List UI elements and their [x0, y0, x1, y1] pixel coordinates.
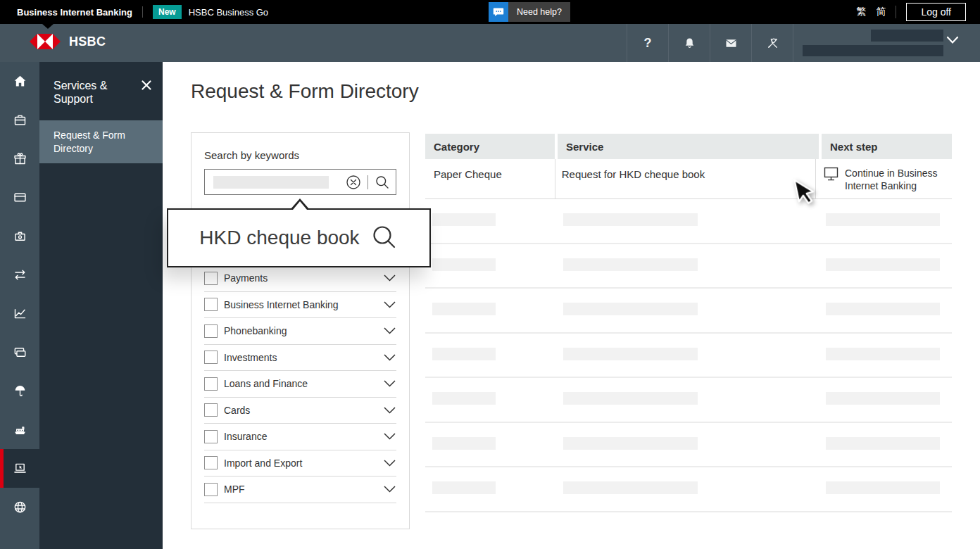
sidebar-rail	[0, 62, 39, 549]
chevron-down-icon[interactable]	[383, 459, 396, 467]
chevron-down-icon[interactable]	[383, 274, 396, 282]
hsbc-wordmark: HSBC	[69, 34, 106, 49]
topbar-divider	[142, 6, 143, 18]
chevron-down-icon[interactable]	[383, 301, 396, 309]
chevron-down-icon[interactable]	[383, 379, 396, 388]
checkbox-loans-and-finance[interactable]	[204, 377, 218, 391]
sidebar-rail-item-laptop[interactable]	[0, 449, 39, 488]
checkbox-mpf[interactable]	[204, 483, 218, 496]
column-header-next-step: Next step	[822, 134, 952, 159]
table-row-skeleton	[425, 199, 952, 244]
sidebar-rail-item-cards[interactable]	[0, 333, 39, 372]
chevron-down-icon[interactable]	[383, 432, 396, 441]
need-help-button[interactable]: Need help?	[489, 2, 570, 22]
skeleton-bar-service	[563, 303, 698, 315]
table-header-row: Category Service Next step	[425, 134, 952, 159]
skeleton-bar-service	[563, 481, 698, 494]
checkbox-business-internet-banking[interactable]	[204, 298, 218, 311]
filter-label: Business Internet Banking	[224, 299, 339, 310]
sidebar-rail-item-gift[interactable]	[0, 139, 39, 178]
deposit-box-icon	[13, 229, 27, 244]
chat-bubble-icon	[489, 2, 508, 22]
next-step-link[interactable]: Continue in Business Internet Banking	[845, 167, 952, 192]
filter-row-investments: Investments	[204, 345, 396, 372]
sidebar-rail-item-home[interactable]	[0, 62, 39, 101]
mail-button[interactable]	[710, 24, 751, 62]
checkbox-investments[interactable]	[204, 351, 218, 364]
hsbc-logo: HSBC	[30, 34, 106, 49]
filter-row-phonebanking: Phonebanking	[204, 318, 396, 345]
checkbox-cards[interactable]	[204, 403, 218, 417]
chevron-down-icon[interactable]	[383, 327, 396, 335]
search-filter-panel: Search by keywords PaymentsBusiness Inte…	[191, 132, 410, 529]
skeleton-bar-category	[432, 258, 496, 271]
skeleton-bar-service	[563, 213, 698, 226]
checkbox-payments[interactable]	[204, 272, 218, 285]
table-skeleton-rows	[425, 199, 952, 512]
table-row-skeleton	[425, 334, 952, 379]
log-off-button[interactable]: Log off	[906, 3, 966, 21]
sidebar-rail-item-transfers[interactable]	[0, 255, 39, 294]
tools-button[interactable]	[751, 24, 793, 62]
gift-icon	[13, 151, 27, 166]
app-header: HSBC ?	[0, 24, 980, 62]
cards-icon	[13, 345, 27, 360]
lang-traditional-chinese[interactable]: 繁	[856, 6, 866, 18]
skeleton-bar-category	[432, 348, 496, 360]
search-input[interactable]	[204, 169, 396, 195]
table-row-skeleton	[425, 289, 952, 334]
filter-list: PaymentsBusiness Internet BankingPhoneba…	[191, 265, 409, 503]
new-badge: New	[153, 5, 182, 19]
monitor-icon	[824, 167, 838, 181]
cell-next-step[interactable]: Continue in Business Internet Banking	[815, 159, 952, 198]
bell-button[interactable]	[668, 24, 710, 62]
help-icon: ?	[644, 36, 652, 51]
account-chevron-down-icon[interactable]	[946, 36, 959, 44]
checkbox-import-and-export[interactable]	[204, 456, 218, 469]
search-icon[interactable]	[375, 175, 390, 190]
magnifier-icon	[370, 224, 398, 252]
umbrella-icon	[13, 384, 27, 398]
table-row-skeleton	[425, 378, 952, 423]
filter-row-business-internet-banking: Business Internet Banking	[204, 292, 396, 319]
skeleton-bar-next-step	[826, 437, 940, 450]
skeleton-bar-category	[432, 213, 496, 226]
filter-label: Insurance	[224, 431, 267, 442]
sidebar-rail-item-globe[interactable]	[0, 488, 39, 526]
globe-icon	[13, 500, 27, 515]
skeleton-bar-next-step	[826, 348, 940, 360]
checkbox-insurance[interactable]	[204, 430, 218, 443]
sidebar-item-request-form-directory[interactable]: Request & Form Directory	[39, 120, 163, 163]
chevron-down-icon[interactable]	[383, 485, 396, 493]
close-icon[interactable]	[139, 77, 154, 93]
product-tab-label[interactable]: Business Internet Banking	[17, 7, 132, 18]
clear-search-icon[interactable]	[346, 175, 361, 190]
search-label: Search by keywords	[204, 149, 396, 161]
search-zoom-tooltip: HKD cheque book	[167, 208, 431, 267]
ship-icon	[13, 422, 27, 437]
column-header-service: Service	[558, 134, 819, 159]
sidebar-rail-item-ship[interactable]	[0, 410, 39, 449]
table-row[interactable]: Paper Cheque Request for HKD cheque book…	[425, 159, 952, 199]
card-icon	[13, 190, 27, 205]
sidebar-rail-item-umbrella[interactable]	[0, 372, 39, 410]
skeleton-bar-service	[563, 437, 698, 450]
chevron-down-icon[interactable]	[383, 353, 396, 362]
sidebar-rail-item-briefcase[interactable]	[0, 101, 39, 139]
help-button[interactable]: ?	[627, 24, 668, 62]
sidebar-rail-item-chart[interactable]	[0, 294, 39, 333]
sidebar-rail-item-deposit-box[interactable]	[0, 217, 39, 255]
chevron-down-icon[interactable]	[383, 406, 396, 415]
column-header-category: Category	[425, 134, 555, 159]
lang-simplified-chinese[interactable]: 简	[876, 6, 886, 18]
checkbox-phonebanking[interactable]	[204, 324, 218, 338]
sidebar-rail-item-card[interactable]	[0, 178, 39, 217]
business-go-tab-label[interactable]: HSBC Business Go	[189, 7, 268, 18]
hsbc-hexagon-icon	[30, 34, 61, 49]
filter-label: Phonebanking	[224, 325, 287, 336]
header-icon-group: ?	[627, 24, 793, 62]
skeleton-bar-next-step	[826, 303, 940, 315]
table-row-skeleton	[425, 467, 952, 512]
tooltip-search-text: HKD cheque book	[199, 227, 359, 249]
skeleton-bar-service	[563, 392, 698, 405]
